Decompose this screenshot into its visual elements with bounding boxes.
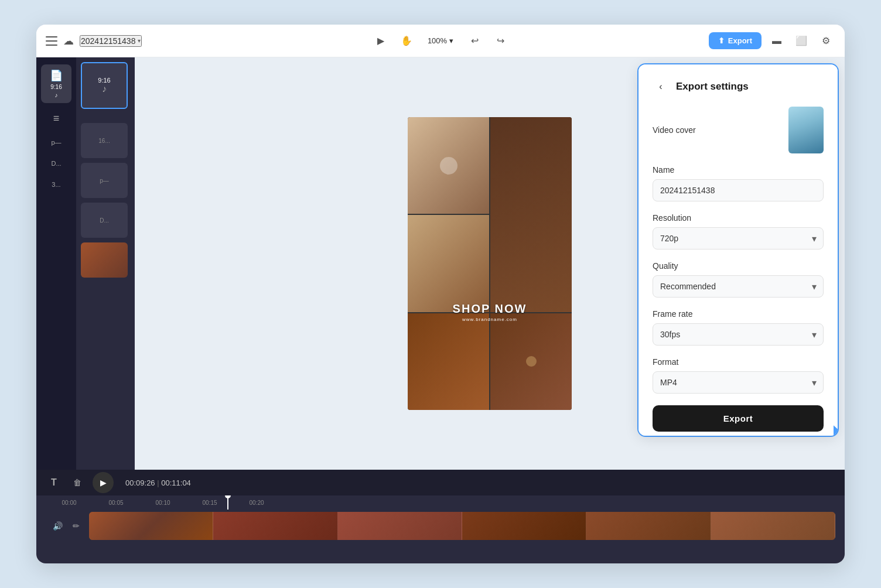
name-label: Name bbox=[653, 165, 824, 175]
settings-btn[interactable]: ⚙ bbox=[817, 32, 835, 50]
timeline-area: T 🗑 ▶ 00:09:26 | 00:11:04 00:00 00:05 00… bbox=[36, 470, 845, 563]
sidebar-label-5: 3... bbox=[52, 181, 60, 188]
track-segment-3 bbox=[338, 512, 462, 540]
track-segment-1 bbox=[89, 512, 213, 540]
play-tool-button[interactable]: ▶ bbox=[371, 32, 390, 50]
track-left-controls: 🔊 ✏ bbox=[46, 519, 88, 533]
cloud-icon: ☁ bbox=[63, 35, 74, 47]
media-panel: 9:16 ♪ 16... p— D... bbox=[76, 57, 135, 470]
resolution-select-wrapper: 720p 1080p 4K bbox=[653, 227, 824, 249]
resolution-label: Resolution bbox=[653, 213, 824, 223]
edit-clip-button[interactable]: ✏ bbox=[69, 519, 83, 533]
track-segment-2 bbox=[213, 512, 337, 540]
frame-rate-field-group: Frame rate 30fps 24fps 60fps bbox=[653, 309, 824, 346]
track-content[interactable] bbox=[89, 512, 835, 540]
zoom-chevron: ▾ bbox=[449, 36, 453, 45]
timeline-controls: T 🗑 ▶ 00:09:26 | 00:11:04 bbox=[36, 470, 845, 495]
sidebar-label-3: p— bbox=[51, 139, 61, 146]
video-cover-section: Video cover bbox=[653, 107, 824, 153]
track-segment-6 bbox=[711, 512, 835, 540]
cursor-indicator bbox=[831, 422, 838, 436]
collage-cell-4 bbox=[408, 313, 489, 410]
format-select[interactable]: MP4 MOV GIF bbox=[653, 371, 824, 394]
frame-rate-select[interactable]: 30fps 24fps 60fps bbox=[653, 323, 824, 346]
timeline-track-1: 🔊 ✏ bbox=[46, 510, 835, 542]
left-sidebar: 📄 9:16 ♪ ≡ p— D... 3... bbox=[36, 57, 76, 470]
export-icon: ⬆ bbox=[718, 36, 725, 45]
media-item-2[interactable]: 16... bbox=[81, 123, 128, 158]
quality-label: Quality bbox=[653, 261, 824, 271]
sidebar-label-4: D... bbox=[51, 160, 61, 167]
topbar: ☁ 202412151438 ▾ ▶ ✋ 100% ▾ ↩ ↪ ⬆ Export… bbox=[36, 25, 845, 57]
export-action-button[interactable]: Export bbox=[653, 405, 824, 432]
zoom-control[interactable]: 100% ▾ bbox=[423, 34, 458, 47]
undo-button[interactable]: ↩ bbox=[465, 32, 484, 50]
quality-select-wrapper: Recommended High Low bbox=[653, 275, 824, 298]
redo-button[interactable]: ↪ bbox=[491, 32, 510, 50]
timeline-current-time: 00:09:26 | 00:11:04 bbox=[125, 478, 191, 487]
hand-tool-button[interactable]: ✋ bbox=[397, 32, 416, 50]
layout-btn[interactable]: ▬ bbox=[767, 32, 786, 50]
delete-clip-button[interactable]: 🗑 bbox=[69, 474, 86, 491]
sidebar-item-4[interactable]: D... bbox=[41, 155, 71, 172]
text-tool-button[interactable]: T bbox=[46, 474, 62, 491]
back-button[interactable]: ‹ bbox=[653, 78, 669, 95]
ruler-mark-2: 00:10 bbox=[139, 500, 186, 506]
canvas-area: SHOP NOW www.brandname.com ‹ Export sett… bbox=[135, 57, 845, 470]
media-note-icon: ♪ bbox=[102, 84, 107, 94]
name-input[interactable] bbox=[653, 179, 824, 201]
cover-thumbnail[interactable] bbox=[788, 107, 824, 153]
ruler-marks: 00:00 00:05 00:10 00:15 00:20 bbox=[46, 500, 835, 506]
main-content: 📄 9:16 ♪ ≡ p— D... 3... 9:16 ♪ bbox=[36, 57, 845, 470]
media-item-4[interactable]: D... bbox=[81, 203, 128, 238]
frame-rate-select-wrapper: 30fps 24fps 60fps bbox=[653, 323, 824, 346]
ruler-mark-0: 00:00 bbox=[46, 500, 93, 506]
sidebar-item-sublabel: ♪ bbox=[55, 92, 58, 98]
sidebar-item-media[interactable]: 📄 9:16 ♪ bbox=[41, 64, 71, 103]
sidebar-icon-2: ≡ bbox=[53, 112, 60, 125]
timeline-ruler: 00:00 00:05 00:10 00:15 00:20 bbox=[46, 495, 835, 510]
export-button-label: Export bbox=[728, 36, 752, 45]
quality-field-group: Quality Recommended High Low bbox=[653, 261, 824, 298]
collage-cell-3 bbox=[408, 215, 489, 312]
sidebar-item-3[interactable]: p— bbox=[41, 134, 71, 151]
svg-marker-0 bbox=[833, 424, 838, 436]
video-preview: SHOP NOW www.brandname.com bbox=[408, 117, 572, 410]
media-item-5[interactable] bbox=[81, 242, 128, 278]
timeline-track-area: 00:00 00:05 00:10 00:15 00:20 🔊 ✏ bbox=[36, 495, 845, 563]
sidebar-item-2[interactable]: ≡ bbox=[41, 108, 71, 129]
zoom-value: 100% bbox=[428, 36, 447, 45]
playhead-handle bbox=[225, 495, 231, 498]
project-name-text: 202412151438 bbox=[81, 36, 135, 46]
topbar-center: ▶ ✋ 100% ▾ ↩ ↪ bbox=[371, 32, 510, 50]
resolution-select[interactable]: 720p 1080p 4K bbox=[653, 227, 824, 249]
media-icon: 📄 bbox=[50, 69, 63, 82]
menu-icon[interactable] bbox=[46, 36, 57, 46]
media-item-3[interactable]: p— bbox=[81, 163, 128, 198]
text-icon: T bbox=[51, 477, 57, 488]
collage-cell-5 bbox=[490, 313, 572, 410]
volume-button[interactable]: 🔊 bbox=[50, 519, 64, 533]
timeline-playhead[interactable] bbox=[227, 495, 228, 510]
media-item-1[interactable]: 9:16 ♪ bbox=[81, 62, 128, 109]
name-field-group: Name bbox=[653, 165, 824, 201]
video-cover-label: Video cover bbox=[653, 125, 696, 135]
timeline-play-button[interactable]: ▶ bbox=[93, 472, 114, 493]
ruler-mark-1: 00:05 bbox=[93, 500, 139, 506]
export-settings-panel: ‹ Export settings Video cover Name bbox=[638, 64, 838, 436]
track-segment-4 bbox=[462, 512, 586, 540]
export-button[interactable]: ⬆ Export bbox=[709, 32, 762, 49]
topbar-right: ⬆ Export ▬ ⬜ ⚙ bbox=[709, 32, 835, 50]
project-name-button[interactable]: 202412151438 ▾ bbox=[80, 35, 142, 47]
ruler-mark-4: 00:20 bbox=[233, 500, 280, 506]
collage-cell-1 bbox=[408, 117, 489, 214]
format-select-wrapper: MP4 MOV GIF bbox=[653, 371, 824, 394]
format-label: Format bbox=[653, 357, 824, 367]
cursor-arrow-icon bbox=[831, 422, 838, 436]
split-view-btn[interactable]: ⬜ bbox=[792, 32, 811, 50]
quality-select[interactable]: Recommended High Low bbox=[653, 275, 824, 298]
format-field-group: Format MP4 MOV GIF bbox=[653, 357, 824, 394]
ruler-mark-3: 00:15 bbox=[186, 500, 233, 506]
export-title: Export settings bbox=[676, 81, 749, 93]
sidebar-item-5[interactable]: 3... bbox=[41, 176, 71, 193]
